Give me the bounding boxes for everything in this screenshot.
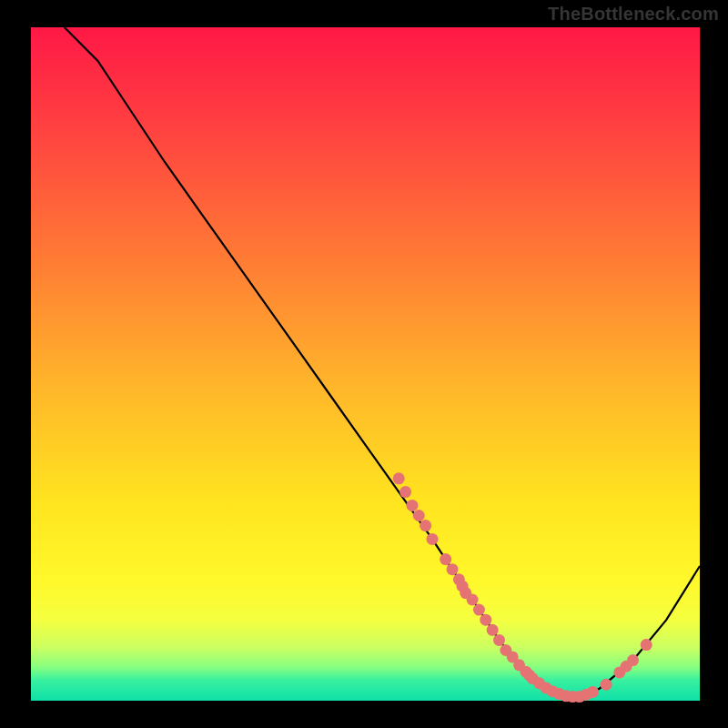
data-point xyxy=(427,533,439,545)
chart-frame: TheBottleneck.com xyxy=(0,0,728,728)
data-point xyxy=(393,472,405,484)
data-point xyxy=(641,639,652,651)
data-point xyxy=(601,679,612,691)
data-point xyxy=(447,563,459,575)
data-point xyxy=(473,604,485,616)
attribution-text: TheBottleneck.com xyxy=(548,4,719,25)
data-point xyxy=(420,520,431,531)
data-point xyxy=(467,594,479,606)
data-point xyxy=(399,486,411,498)
data-point xyxy=(406,500,418,511)
data-point xyxy=(487,624,499,636)
chart-svg xyxy=(31,27,700,701)
data-point xyxy=(480,614,491,626)
data-point xyxy=(627,654,639,666)
data-point xyxy=(493,634,505,646)
data-points-group xyxy=(393,472,652,703)
data-point xyxy=(440,553,451,565)
bottleneck-curve xyxy=(65,27,700,697)
data-point xyxy=(587,686,599,698)
data-point xyxy=(413,510,425,521)
